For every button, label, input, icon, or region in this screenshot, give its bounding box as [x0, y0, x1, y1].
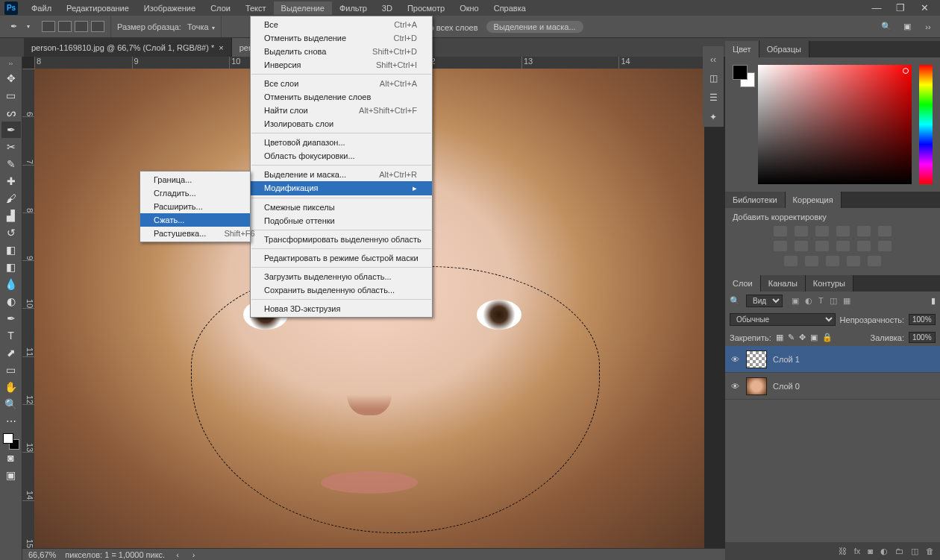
history-icon[interactable]: ◫ — [703, 69, 724, 88]
add-selection-icon[interactable] — [58, 21, 72, 32]
lock-paint[interactable]: ✎ — [788, 333, 795, 342]
layer-row[interactable]: 👁Слой 1 — [725, 346, 940, 373]
filter-text-icon[interactable]: T — [818, 296, 824, 306]
tab-libraries[interactable]: Библиотеки — [725, 192, 786, 208]
rectangle-tool[interactable]: ▭ — [1, 362, 21, 378]
menuitem[interactable]: Область фокусировки... — [251, 149, 432, 163]
color-swatch[interactable] — [3, 433, 19, 450]
menu-справка[interactable]: Справка — [486, 1, 533, 15]
lock-transparent[interactable]: ▦ — [776, 333, 783, 342]
pen-tool[interactable]: ✒ — [1, 310, 21, 327]
menuitem[interactable]: Изолировать слои — [251, 117, 432, 130]
tab-paths[interactable]: Контуры — [806, 275, 853, 292]
tab-adjustments[interactable]: Коррекция — [786, 192, 842, 208]
quickmask-icon[interactable]: ◙ — [1, 450, 21, 466]
color-picker[interactable] — [725, 57, 940, 192]
delete-layer-icon[interactable]: 🗑 — [926, 547, 934, 556]
menuitem[interactable]: Трансформировать выделенную область — [251, 233, 432, 246]
tab-channels[interactable]: Каналы — [761, 275, 806, 292]
next-icon[interactable]: › — [192, 550, 195, 559]
quick-select-tool[interactable]: ✒ — [1, 122, 21, 138]
filter-toggle[interactable]: ▮ — [931, 296, 936, 306]
filter-smart-icon[interactable]: ▦ — [843, 296, 850, 306]
fx-icon[interactable]: fx — [854, 547, 861, 556]
workspace-icon[interactable]: ▣ — [900, 19, 915, 34]
menu-окно[interactable]: Окно — [452, 1, 486, 15]
menuitem[interactable]: Цветовой диапазон... — [251, 136, 432, 149]
menuitem[interactable]: Подобные оттенки — [251, 214, 432, 227]
layer-row[interactable]: 👁Слой 0 — [725, 373, 940, 400]
eraser-tool[interactable]: ◧ — [1, 242, 21, 258]
menuitem[interactable]: Отменить выделение слоев — [251, 90, 432, 104]
menuitem[interactable]: Отменить выделениеCtrl+D — [251, 31, 432, 45]
toolbar-expand-icon[interactable]: ›› — [9, 60, 13, 70]
sample-size-dropdown[interactable]: Точка — [187, 22, 215, 31]
more-tools[interactable]: ⋯ — [1, 413, 21, 430]
opacity-input[interactable] — [909, 314, 936, 325]
marquee-tool[interactable]: ▭ — [1, 87, 21, 104]
menu-текст[interactable]: Текст — [238, 1, 274, 15]
minimize-button[interactable]: — — [871, 3, 882, 13]
menuitem[interactable]: Загрузить выделенную область... — [251, 270, 432, 283]
prev-icon[interactable]: ‹ — [176, 550, 179, 559]
close-tab-icon[interactable]: × — [219, 43, 223, 52]
menu-изображение[interactable]: Изображение — [137, 1, 203, 15]
menuitem[interactable]: Новая 3D-экструзия — [251, 302, 432, 315]
hand-tool[interactable]: ✋ — [1, 379, 21, 395]
blend-mode-dropdown[interactable]: Обычные — [730, 313, 836, 326]
properties-icon[interactable]: ☰ — [703, 88, 724, 107]
lock-all[interactable]: 🔒 — [822, 333, 833, 342]
filter-shape-icon[interactable]: ◫ — [830, 296, 837, 306]
mask-icon[interactable]: ◙ — [868, 547, 873, 556]
tab-color[interactable]: Цвет — [725, 41, 759, 57]
visibility-icon[interactable]: 👁 — [730, 382, 740, 391]
menuitem[interactable]: Сохранить выделенную область... — [251, 283, 432, 297]
menuitem[interactable]: Все слоиAlt+Ctrl+A — [251, 77, 432, 90]
lock-position[interactable]: ✥ — [799, 333, 806, 342]
menuitem[interactable]: Граница... — [140, 173, 250, 186]
tab-layers[interactable]: Слои — [725, 275, 761, 292]
menu-выделение[interactable]: Выделение — [274, 1, 332, 15]
menuitem[interactable]: Модификация — [251, 181, 432, 195]
expand-panel-icon[interactable]: ‹‹ — [703, 49, 724, 69]
stamp-tool[interactable]: ▟ — [1, 207, 21, 224]
menuitem[interactable]: Выделение и маска...Alt+Ctrl+R — [251, 168, 432, 181]
menuitem[interactable]: Сгладить... — [140, 186, 250, 200]
menu-редактирование[interactable]: Редактирование — [59, 1, 137, 15]
brush-tool[interactable]: 🖌 — [1, 190, 21, 207]
menuitem[interactable]: Смежные пикселы — [251, 201, 432, 214]
menuitem[interactable]: Растушевка...Shift+F6 — [140, 227, 250, 240]
maximize-button[interactable]: ❐ — [895, 3, 906, 13]
path-select-tool[interactable]: ⬈ — [1, 345, 21, 361]
search-icon[interactable]: 🔍 — [879, 19, 894, 34]
menuitem[interactable]: Выделить сноваShift+Ctrl+D — [251, 45, 432, 58]
lock-artboard[interactable]: ▣ — [810, 333, 818, 342]
fill-input[interactable] — [909, 332, 936, 343]
subtract-selection-icon[interactable] — [75, 21, 88, 32]
history-brush-tool[interactable]: ↺ — [1, 224, 21, 241]
layer-filter-dropdown[interactable]: Вид — [746, 295, 783, 307]
intersect-selection-icon[interactable] — [91, 21, 104, 32]
crop-tool[interactable]: ✂ — [1, 139, 21, 155]
tab-swatches[interactable]: Образцы — [759, 41, 809, 57]
menu-слои[interactable]: Слои — [203, 1, 238, 15]
screen-mode-icon[interactable]: ▣ — [1, 467, 21, 483]
new-fill-icon[interactable]: ◐ — [880, 547, 888, 556]
select-and-mask-button[interactable]: Выделение и маска... — [486, 20, 584, 34]
gradient-tool[interactable]: ◧ — [1, 259, 21, 275]
link-layers-icon[interactable]: ⛓ — [839, 547, 847, 556]
menu-просмотр[interactable]: Просмотр — [400, 1, 452, 15]
blur-tool[interactable]: 💧 — [1, 276, 21, 292]
menuitem[interactable]: Редактировать в режиме быстрой маски — [251, 251, 432, 265]
lasso-tool[interactable]: ᔕ — [1, 104, 21, 121]
actions-icon[interactable]: ✦ — [703, 107, 724, 127]
filter-pixel-icon[interactable]: ▣ — [792, 296, 799, 306]
menuitem[interactable]: Расширить... — [140, 200, 250, 213]
document-tab[interactable]: person-1169810.jpg @ 66,7% (Слой 1, RGB/… — [24, 38, 232, 57]
menu-фильтр[interactable]: Фильтр — [332, 1, 375, 15]
visibility-icon[interactable]: 👁 — [730, 355, 740, 364]
menuitem[interactable]: ИнверсияShift+Ctrl+I — [251, 58, 432, 72]
expand-panels-icon[interactable]: ›› — [921, 19, 936, 34]
current-tool-icon[interactable]: ✒ — [4, 19, 22, 34]
new-selection-icon[interactable] — [42, 21, 55, 32]
